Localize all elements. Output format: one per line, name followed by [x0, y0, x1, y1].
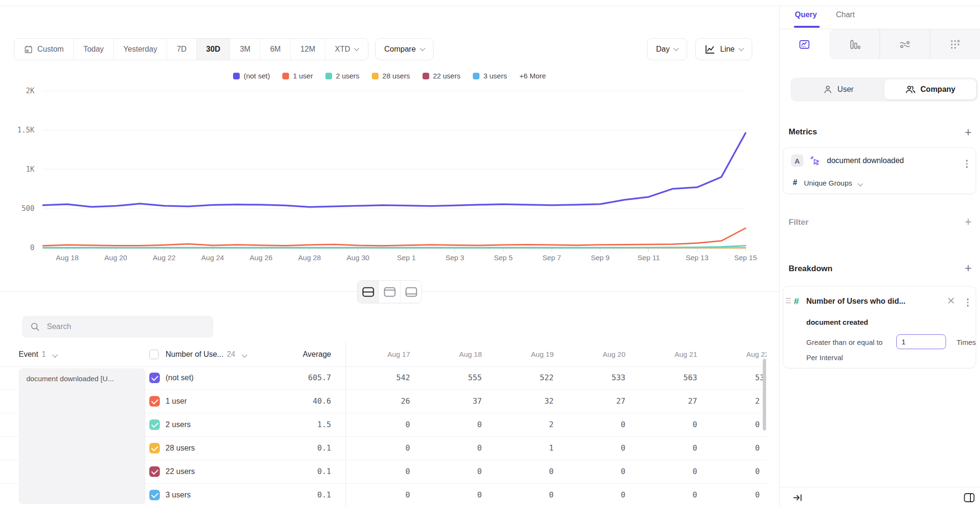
- range-button-3m[interactable]: 3M: [230, 39, 260, 60]
- analytics-app: CustomTodayYesterday7D30D3M6M12MXTD Comp…: [0, 0, 980, 507]
- chevron-down-icon: [354, 45, 359, 51]
- metric-card[interactable]: A document downloaded # Unique Groups: [783, 147, 976, 194]
- legend-item[interactable]: 28 users: [372, 72, 410, 80]
- compare-label: Compare: [384, 45, 416, 54]
- chart-type-tab-line[interactable]: [779, 29, 829, 59]
- check-icon: [151, 444, 158, 452]
- table-cell: 0: [554, 413, 625, 436]
- legend-item[interactable]: 3 users: [473, 72, 507, 80]
- sidebar-toggle-icon[interactable]: [964, 493, 975, 503]
- line-chart[interactable]: 05001K1.5K2KAug 18Aug 20Aug 22Aug 24Aug …: [0, 81, 779, 273]
- legend-item[interactable]: (not set): [233, 72, 270, 80]
- add-metric-button[interactable]: +: [965, 127, 972, 137]
- chart-legend: (not set)1 user2 users28 users22 users3 …: [0, 72, 779, 80]
- add-filter-button[interactable]: +: [965, 217, 972, 226]
- table-cell: 0: [625, 460, 697, 483]
- table-cell: 0: [755, 460, 760, 483]
- event-cell[interactable]: document downloaded [U...: [19, 368, 145, 504]
- date-column-header: Aug 18: [410, 342, 482, 366]
- check-icon: [151, 374, 158, 381]
- chart-type-button[interactable]: Line: [695, 38, 752, 60]
- range-button-12m[interactable]: 12M: [290, 39, 325, 60]
- chart-type-tab-flow[interactable]: [880, 29, 930, 59]
- chart-type-tab-bar[interactable]: [829, 29, 880, 59]
- legend-item[interactable]: 22 users: [423, 72, 461, 80]
- table-cell: 0: [482, 460, 554, 483]
- collapse-panel-icon[interactable]: [793, 493, 803, 502]
- range-button-custom[interactable]: Custom: [14, 39, 73, 60]
- drag-handle-icon[interactable]: [786, 298, 791, 303]
- user-label: User: [837, 85, 854, 94]
- table-cell: 0: [410, 413, 482, 436]
- row-checkbox[interactable]: [149, 466, 160, 477]
- breakdown-card-title: Number of Users who did...: [806, 297, 905, 306]
- row-average: 605.7: [259, 366, 331, 389]
- flow-chart-icon: [899, 39, 911, 50]
- toggle-user[interactable]: User: [792, 79, 884, 99]
- range-button-today[interactable]: Today: [73, 39, 113, 60]
- row-checkbox[interactable]: [149, 443, 160, 453]
- table-cell: 32: [482, 390, 554, 413]
- chevron-down-icon: [242, 352, 247, 357]
- compare-button[interactable]: Compare: [375, 38, 434, 60]
- range-button-yesterday[interactable]: Yesterday: [113, 39, 167, 60]
- series-column-header[interactable]: Number of Use...24: [166, 342, 246, 366]
- table-cell: 555: [410, 366, 482, 389]
- interval-button[interactable]: Day: [647, 38, 687, 60]
- breakdown-card[interactable]: # Number of Users who did... document cr…: [783, 286, 976, 368]
- table-cell: 0: [410, 437, 482, 460]
- add-breakdown-button[interactable]: +: [965, 263, 972, 273]
- layout-chart-only-button[interactable]: [379, 281, 400, 303]
- search-icon: [30, 322, 40, 331]
- range-button-7d[interactable]: 7D: [167, 39, 196, 60]
- event-column-header[interactable]: Event1: [19, 342, 57, 366]
- range-button-30d[interactable]: 30D: [196, 39, 230, 60]
- search-box[interactable]: [22, 316, 213, 338]
- legend-item[interactable]: 2 users: [325, 72, 359, 80]
- table-cell: 0: [755, 484, 760, 506]
- remove-breakdown-icon[interactable]: [947, 297, 955, 304]
- table-scrollbar[interactable]: [763, 359, 766, 430]
- legend-item[interactable]: 1 user: [282, 72, 313, 80]
- calendar-icon: [24, 45, 33, 54]
- range-button-6m[interactable]: 6M: [260, 39, 290, 60]
- chevron-down-icon: [53, 352, 58, 357]
- row-checkbox[interactable]: [149, 373, 160, 383]
- grid-chart-icon: [949, 39, 961, 50]
- tab-chart[interactable]: Chart: [836, 11, 855, 19]
- line-chart-icon: [799, 39, 810, 50]
- legend-more[interactable]: +6 More: [519, 72, 546, 80]
- table-cell: 0: [625, 484, 697, 506]
- layout-table-only-button[interactable]: [400, 281, 422, 303]
- row-checkbox[interactable]: [149, 396, 160, 407]
- check-icon: [151, 491, 158, 498]
- toggle-company[interactable]: Company: [884, 79, 976, 99]
- legend-swatch: [282, 73, 289, 79]
- metric-kebab-menu[interactable]: [965, 158, 969, 169]
- event-header-label: Event: [19, 350, 38, 358]
- metric-event-name[interactable]: document downloaded: [827, 156, 904, 165]
- table-cell: 0: [554, 437, 625, 460]
- chevron-down-icon: [420, 45, 425, 51]
- svg-text:Aug 22: Aug 22: [153, 254, 176, 262]
- table-cell: 0: [410, 460, 482, 483]
- row-checkbox[interactable]: [149, 490, 160, 500]
- chart-type-tab-grid[interactable]: [930, 29, 980, 59]
- event-count: 1: [42, 350, 46, 358]
- breakdown-event[interactable]: document created: [806, 318, 868, 326]
- range-button-xtd[interactable]: XTD: [325, 39, 368, 60]
- table-cell: 0: [410, 484, 482, 506]
- times-input[interactable]: [896, 334, 946, 349]
- row-checkbox[interactable]: [149, 419, 160, 430]
- hash-icon: #: [793, 178, 797, 187]
- breakdown-kebab-menu[interactable]: [966, 297, 970, 308]
- legend-label: 22 users: [433, 72, 461, 80]
- layout-split-button[interactable]: [357, 281, 379, 303]
- check-icon: [151, 468, 158, 475]
- measure-dropdown[interactable]: Unique Groups: [804, 179, 862, 187]
- search-input[interactable]: [46, 322, 205, 331]
- series-count: 24: [227, 350, 235, 358]
- top-divider: [0, 6, 980, 6]
- tab-query[interactable]: Query: [795, 11, 817, 19]
- select-all-checkbox[interactable]: [149, 350, 159, 359]
